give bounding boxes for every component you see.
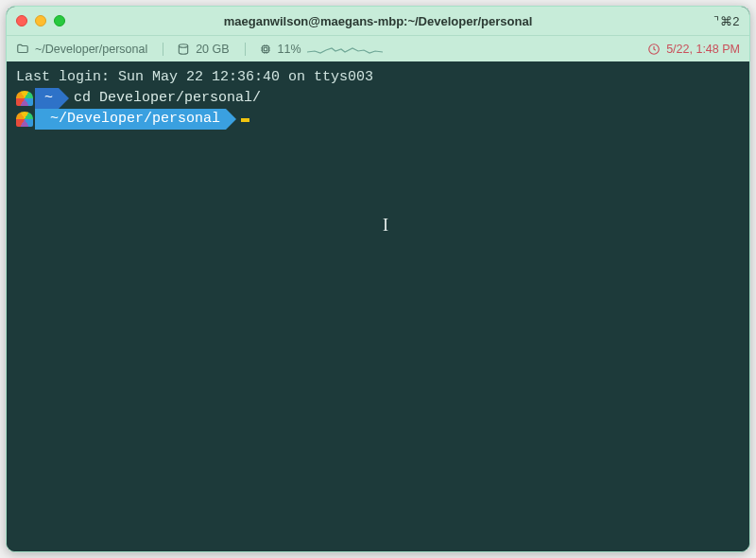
prompt-home-segment: ~	[35, 88, 59, 109]
status-datetime-text: 5/22, 1:48 PM	[666, 43, 740, 56]
disk-icon	[177, 43, 190, 56]
zoom-icon[interactable]	[54, 15, 65, 26]
status-datetime[interactable]: 5/22, 1:48 PM	[647, 43, 740, 56]
ibeam-cursor-icon: I	[383, 213, 388, 237]
svg-rect-2	[264, 47, 267, 51]
status-disk-text: 20 GB	[196, 43, 229, 56]
scrollbar[interactable]	[736, 61, 747, 551]
status-cwd[interactable]: ~/Developer/personal	[16, 43, 147, 56]
cursor	[241, 118, 249, 122]
status-cpu[interactable]: 11%	[245, 43, 383, 56]
rainbow-icon	[16, 112, 33, 127]
last-login-line: Last login: Sun May 22 12:36:40 on ttys0…	[16, 67, 740, 88]
traffic-lights	[16, 15, 65, 26]
terminal-window: maeganwilson@maegans-mbp:~/Developer/per…	[6, 6, 750, 552]
rainbow-icon	[16, 91, 33, 106]
titlebar[interactable]: maeganwilson@maegans-mbp:~/Developer/per…	[7, 7, 749, 35]
status-cwd-text: ~/Developer/personal	[35, 43, 147, 56]
terminal-area[interactable]: Last login: Sun May 22 12:36:40 on ttys0…	[7, 61, 749, 551]
clock-icon	[647, 43, 661, 56]
prompt-path-segment: ~/Developer/personal	[35, 109, 226, 130]
cpu-icon	[259, 43, 272, 56]
status-bar: ~/Developer/personal 20 GB 11% 5/22, 1:4…	[7, 35, 749, 61]
minimize-icon[interactable]	[35, 15, 46, 26]
window-title: maeganwilson@maegans-mbp:~/Developer/per…	[7, 14, 749, 28]
cpu-sparkline	[307, 43, 383, 56]
prompt-line-2: ~/Developer/personal	[16, 109, 740, 130]
command-text: cd Developer/personal/	[74, 88, 261, 109]
window-shortcut-label: ⌝⌘2	[713, 14, 740, 28]
prompt-line-1: ~ cd Developer/personal/	[16, 88, 740, 109]
folder-icon	[16, 43, 29, 56]
status-cpu-text: 11%	[278, 43, 301, 56]
close-icon[interactable]	[16, 15, 27, 26]
prompt-path-text: ~/Developer/personal	[50, 109, 220, 130]
status-disk[interactable]: 20 GB	[163, 43, 229, 56]
prompt-home-text: ~	[44, 88, 53, 109]
svg-point-0	[180, 44, 188, 47]
svg-rect-1	[262, 45, 268, 52]
